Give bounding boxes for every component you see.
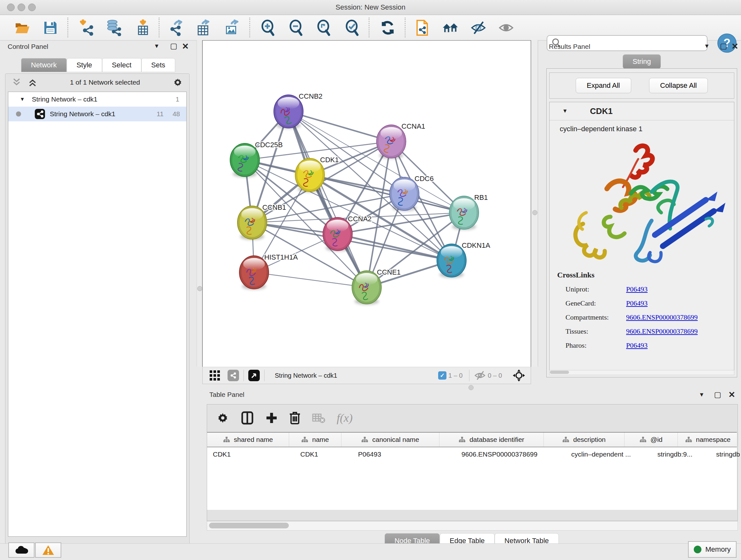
share-network-button[interactable] xyxy=(227,370,239,381)
tab-string[interactable]: String xyxy=(623,54,661,69)
warnings-button[interactable] xyxy=(35,543,61,558)
table-options-gear-icon[interactable] xyxy=(216,411,229,425)
node-RB1[interactable]: RB1 xyxy=(449,193,488,230)
zoom-selected-button[interactable] xyxy=(344,19,360,36)
splitter-handle[interactable] xyxy=(532,210,537,215)
network-canvas[interactable]: CCNB2CCNA1CDC25BCDK1CDC6RB1CCNB1CCNA2CDK… xyxy=(202,40,531,367)
tab-style[interactable]: Style xyxy=(67,58,102,72)
cell[interactable]: CDK1 xyxy=(294,447,352,461)
zoom-in-button[interactable] xyxy=(260,19,276,36)
import-network-file-button[interactable] xyxy=(78,19,95,36)
scrollbar-thumb[interactable] xyxy=(209,523,289,528)
edge-CCNB2-CCNE1[interactable] xyxy=(288,111,367,287)
node-CCNE1[interactable]: CCNE1 xyxy=(352,268,401,305)
selected-nodes-checkbox[interactable]: ✓ xyxy=(438,371,447,380)
crosslink-link[interactable]: 9606.ENSP00000378699 xyxy=(626,313,697,321)
crosslink-link[interactable]: 9606.ENSP00000378699 xyxy=(626,327,697,335)
node-CCNA2[interactable]: CCNA2 xyxy=(323,215,372,251)
column-header-namespace[interactable]: namespace xyxy=(678,433,738,447)
cell[interactable]: stringdb:9... xyxy=(652,447,711,461)
tree-expander-icon[interactable]: ▼ xyxy=(20,97,25,102)
scrollbar-thumb[interactable] xyxy=(550,371,569,374)
network-collection-row[interactable]: ▼ String Network – cdk1 1 xyxy=(8,92,186,107)
hidden-eye-slash-icon[interactable] xyxy=(474,371,486,380)
column-header--id[interactable]: @id xyxy=(624,433,678,447)
birdseye-grid-icon[interactable] xyxy=(209,370,220,381)
results-panel-menu-button[interactable]: ▼ xyxy=(704,43,710,50)
edge-HIST1H1A-CCNE1[interactable] xyxy=(254,272,367,287)
right-splitter[interactable] xyxy=(531,40,538,367)
network-options-gear-icon[interactable] xyxy=(172,77,184,88)
column-header-description[interactable]: description xyxy=(544,433,624,447)
network-graph[interactable]: CCNB2CCNA1CDC25BCDK1CDC6RB1CCNB1CCNA2CDK… xyxy=(203,41,531,367)
network-row[interactable]: String Network – cdk1 11 48 xyxy=(8,107,186,121)
table-horizontal-scrollbar[interactable] xyxy=(207,521,738,531)
tab-select[interactable]: Select xyxy=(102,58,141,72)
crosslink-link[interactable]: P06493 xyxy=(626,285,648,294)
cell[interactable]: stringdb xyxy=(711,447,741,461)
open-session-button[interactable] xyxy=(14,19,30,36)
delete-column-trash-icon[interactable] xyxy=(289,411,301,425)
tab-network[interactable]: Network xyxy=(21,58,67,72)
control-panel-float-button[interactable]: ▢ xyxy=(170,42,178,51)
import-network-database-button[interactable] xyxy=(105,19,122,36)
node-table-data-row[interactable]: CDK1CDK1P064939606.ENSP00000378699cyclin… xyxy=(207,447,737,461)
show-all-button[interactable] xyxy=(498,19,515,36)
left-splitter[interactable] xyxy=(197,40,202,367)
table-panel-float-button[interactable]: ▢ xyxy=(714,390,722,399)
export-table-button[interactable] xyxy=(195,19,212,36)
column-header-database-identifier[interactable]: database identifier xyxy=(440,433,544,447)
cell[interactable]: cyclin–dependent ... xyxy=(565,447,652,461)
collapse-all-icon[interactable] xyxy=(11,78,22,87)
column-header-canonical-name[interactable]: canonical name xyxy=(341,433,440,447)
pan-crosshair-icon[interactable] xyxy=(512,369,526,382)
crosslink-row: Pharos:P06493 xyxy=(557,341,730,350)
table-panel-close-button[interactable]: ✕ xyxy=(728,390,735,400)
splitter-handle[interactable] xyxy=(197,286,202,291)
control-panel-close-button[interactable]: ✕ xyxy=(182,42,189,51)
tab-sets[interactable]: Sets xyxy=(141,58,175,72)
protein-section-header[interactable]: ▼ CDK1 xyxy=(549,102,734,120)
column-header-shared-name[interactable]: shared name xyxy=(207,433,289,447)
node-CDK1[interactable]: CDK1 xyxy=(295,156,339,192)
cell[interactable]: CDK1 xyxy=(207,447,294,461)
import-table-button[interactable] xyxy=(135,19,151,36)
results-horizontal-scrollbar[interactable] xyxy=(549,370,734,375)
edge-CCNA2-CDKN1A[interactable] xyxy=(338,234,452,260)
zoom-fit-button[interactable] xyxy=(316,19,332,36)
zoom-out-button[interactable] xyxy=(288,19,305,36)
export-network-button[interactable] xyxy=(168,19,185,36)
node-CDC6[interactable]: CDC6 xyxy=(390,175,434,211)
hide-selected-button[interactable] xyxy=(470,19,487,36)
open-in-new-window-button[interactable] xyxy=(248,370,260,381)
memory-button[interactable]: Memory xyxy=(688,541,737,558)
section-expander-icon[interactable]: ▼ xyxy=(562,108,568,114)
crosslink-link[interactable]: P06493 xyxy=(626,299,648,307)
node-CCNB2[interactable]: CCNB2 xyxy=(274,92,323,129)
expand-all-button[interactable]: Expand All xyxy=(576,78,631,93)
save-session-button[interactable] xyxy=(42,19,59,36)
collapse-all-button[interactable]: Collapse All xyxy=(649,78,708,93)
edge-CCNB2-CCNA1[interactable] xyxy=(288,111,391,141)
column-header-name[interactable]: name xyxy=(289,433,341,447)
control-panel-menu-button[interactable]: ▼ xyxy=(154,43,159,50)
results-panel-float-button[interactable]: ▢ xyxy=(720,42,727,51)
home-galaxy-button[interactable] xyxy=(442,19,459,36)
network-snapshot-button[interactable] xyxy=(414,19,430,36)
show-columns-icon[interactable] xyxy=(240,411,254,425)
cell[interactable]: 9606.ENSP00000378699 xyxy=(456,447,565,461)
node-CDKN1A[interactable]: CDKN1A xyxy=(437,241,490,278)
expand-all-icon[interactable] xyxy=(27,78,38,87)
refresh-view-button[interactable] xyxy=(380,19,396,36)
node-CCNA1[interactable]: CCNA1 xyxy=(377,122,425,159)
add-column-icon[interactable] xyxy=(265,412,278,424)
node-HIST1H1A[interactable]: HIST1H1A xyxy=(239,253,298,290)
cloud-status-button[interactable] xyxy=(8,543,35,558)
results-panel-close-button[interactable]: ✕ xyxy=(731,42,738,51)
toolbar-separator xyxy=(249,17,250,37)
column-header-label: description xyxy=(573,436,606,443)
table-panel-menu-button[interactable]: ▼ xyxy=(699,391,704,398)
cell[interactable]: P06493 xyxy=(352,447,456,461)
export-image-button[interactable] xyxy=(223,19,240,36)
crosslink-link[interactable]: P06493 xyxy=(626,341,648,350)
